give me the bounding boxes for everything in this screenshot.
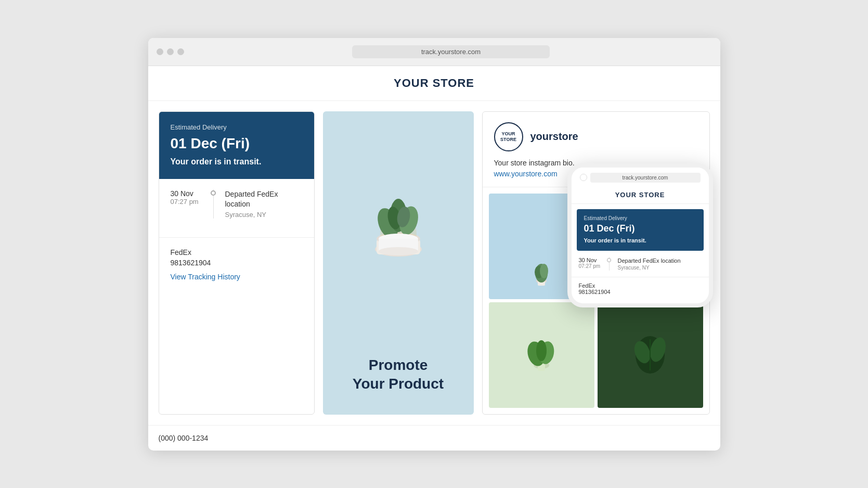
svg-point-16 bbox=[540, 264, 548, 278]
view-tracking-history-link[interactable]: View Tracking History bbox=[171, 273, 240, 281]
mobile-order-status: Your order is in transit. bbox=[584, 237, 696, 243]
mobile-event-dot bbox=[607, 258, 611, 262]
dot-green bbox=[177, 48, 184, 55]
address-bar[interactable]: track.yourstore.com bbox=[352, 45, 550, 58]
mobile-est-label: Estimated Delivery bbox=[584, 215, 696, 221]
mobile-address-bar[interactable]: track.yourstore.com bbox=[590, 173, 701, 183]
promo-title: Promote Your Product bbox=[353, 356, 444, 394]
mobile-event-details: Departed FedEx location Syracuse, NY bbox=[614, 257, 681, 271]
mobile-tracking-header: Estimated Delivery 01 Dec (Fri) Your ord… bbox=[577, 209, 704, 251]
footer-bar: (000) 000-1234 bbox=[148, 425, 720, 451]
event-dot bbox=[211, 190, 216, 196]
footer-phone: (000) 000-1234 bbox=[159, 434, 710, 442]
browser-dots bbox=[157, 48, 184, 55]
order-status: Your order is in transit. bbox=[171, 157, 303, 166]
promo-panel: Promote Your Product bbox=[323, 111, 474, 415]
event-date-time: 30 Nov 07:27 pm bbox=[171, 189, 207, 219]
grid-image-3 bbox=[489, 302, 594, 408]
delivery-date: 01 Dec (Fri) bbox=[171, 135, 303, 152]
mobile-site-title: YOUR STORE bbox=[615, 191, 665, 199]
svg-point-11 bbox=[379, 247, 418, 255]
mobile-delivery-date: 01 Dec (Fri) bbox=[584, 223, 696, 234]
mobile-tracking-body: 30 Nov 07:27 pm Departed FedEx location … bbox=[572, 251, 709, 277]
grid-plant-2 bbox=[523, 334, 560, 376]
mobile-status-bar: track.yourstore.com bbox=[572, 168, 709, 186]
mobile-tracking-number: 9813621904 bbox=[579, 289, 702, 295]
estimated-delivery-label: Estimated Delivery bbox=[171, 123, 303, 131]
mobile-carrier: FedEx bbox=[579, 282, 702, 289]
grid-image-4 bbox=[598, 302, 703, 408]
event-title: Departed FedEx location bbox=[225, 189, 303, 210]
promo-text: Promote Your Product bbox=[337, 345, 459, 415]
event-time: 07:27 pm bbox=[171, 198, 207, 206]
tracking-panel: Estimated Delivery 01 Dec (Fri) Your ord… bbox=[159, 111, 315, 415]
browser-chrome: track.yourstore.com bbox=[148, 38, 720, 66]
dot-red bbox=[157, 48, 163, 55]
mobile-event-location: Syracuse, NY bbox=[618, 265, 681, 271]
event-location: Syracuse, NY bbox=[225, 211, 303, 219]
content-wrapper: Estimated Delivery 01 Dec (Fri) Your ord… bbox=[148, 101, 720, 451]
mobile-site-header: YOUR STORE bbox=[572, 186, 709, 204]
promo-image-area bbox=[341, 111, 456, 345]
tracking-body: 30 Nov 07:27 pm Departed FedEx location … bbox=[159, 179, 314, 237]
site-header: YOUR STORE bbox=[148, 66, 720, 101]
site-title: YOUR STORE bbox=[394, 76, 474, 89]
mobile-event-date: 30 Nov bbox=[579, 257, 605, 263]
carrier-name: FedEx bbox=[171, 248, 303, 256]
mobile-preview: track.yourstore.com YOUR STORE Estimated… bbox=[567, 163, 713, 307]
store-url-link[interactable]: www.yourstore.com bbox=[494, 170, 558, 178]
grid-plant-1 bbox=[528, 258, 554, 294]
tracking-header: Estimated Delivery 01 Dec (Fri) Your ord… bbox=[159, 112, 314, 179]
event-date: 30 Nov bbox=[171, 189, 207, 198]
grid-tropical bbox=[632, 334, 668, 376]
mobile-event-divider bbox=[609, 257, 610, 271]
svg-point-27 bbox=[536, 340, 547, 361]
tracking-number: 9813621904 bbox=[171, 259, 303, 267]
event-details: Departed FedEx location Syracuse, NY bbox=[220, 189, 303, 219]
browser-window: track.yourstore.com YOUR STORE Estimated… bbox=[148, 38, 720, 451]
event-divider bbox=[213, 189, 214, 219]
mobile-event-datetime: 30 Nov 07:27 pm bbox=[579, 257, 605, 271]
mobile-event-time: 07:27 pm bbox=[579, 263, 605, 269]
store-name-text: yourstore bbox=[530, 131, 578, 143]
plant-illustration bbox=[357, 187, 440, 270]
store-info: YOURSTORE yourstore bbox=[494, 122, 698, 151]
mobile-event-title: Departed FedEx location bbox=[618, 257, 681, 265]
store-logo: YOURSTORE bbox=[494, 122, 523, 151]
mobile-home-button bbox=[580, 174, 587, 181]
tracking-event: 30 Nov 07:27 pm Departed FedEx location … bbox=[171, 189, 303, 219]
mobile-tracking-footer: FedEx 9813621904 bbox=[572, 277, 709, 303]
mobile-event: 30 Nov 07:27 pm Departed FedEx location … bbox=[579, 257, 702, 271]
dot-yellow bbox=[167, 48, 174, 55]
tracking-footer: FedEx 9813621904 View Tracking History bbox=[159, 237, 314, 292]
